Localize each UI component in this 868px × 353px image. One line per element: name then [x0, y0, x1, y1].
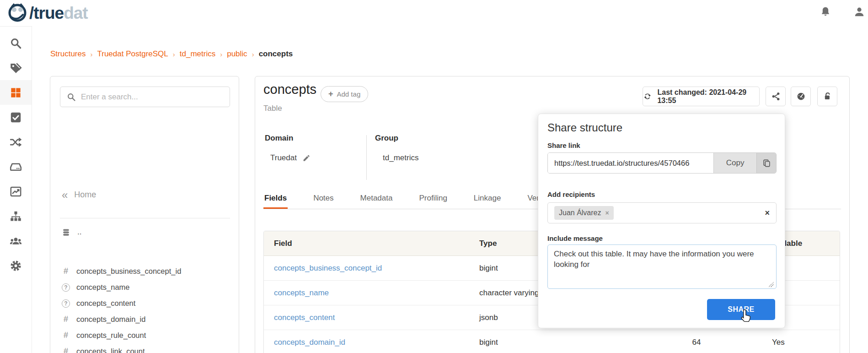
field-link[interactable]: concepts_content: [274, 313, 335, 322]
tab-profiling[interactable]: Profiling: [418, 191, 448, 209]
share-link-input[interactable]: [548, 153, 713, 173]
number-type-icon: #: [62, 315, 70, 324]
field-link[interactable]: concepts_name: [274, 288, 329, 297]
app-root: /truedat: [0, 0, 868, 353]
domain-name: Truedat: [270, 153, 297, 163]
breadcrumb-schema[interactable]: public: [227, 49, 247, 59]
top-header: /truedat: [0, 0, 868, 26]
database-icon: [62, 228, 70, 237]
nav-home-link[interactable]: « Home: [62, 190, 96, 200]
message-textarea[interactable]: Check out this table. It may have the in…: [547, 244, 777, 289]
nav-field-item[interactable]: #concepts_link_count: [50, 343, 239, 353]
nav-field-item[interactable]: ?concepts_content: [50, 295, 239, 311]
search-icon: [67, 92, 76, 102]
nav-divider: [60, 218, 230, 218]
number-type-icon: #: [62, 266, 70, 276]
rail-dashboards-icon[interactable]: [0, 179, 32, 204]
nav-field-list: #concepts_business_concept_id ?concepts_…: [50, 263, 239, 353]
share-submit-button[interactable]: SHARE: [707, 299, 775, 320]
nav-field-label: concepts_rule_count: [76, 331, 146, 340]
nav-field-label: concepts_business_concept_id: [76, 267, 181, 276]
logo-text: /truedat: [29, 4, 88, 23]
chip-remove-icon[interactable]: ×: [605, 209, 609, 217]
tab-notes[interactable]: Notes: [312, 191, 334, 209]
unknown-type-icon: ?: [62, 299, 70, 308]
rail-structures-icon[interactable]: [0, 80, 32, 105]
share-link-group: Copy: [547, 152, 777, 174]
add-recipients-label: Add recipients: [547, 190, 595, 198]
nav-field-label: concepts_content: [76, 299, 135, 308]
field-precision: 64: [658, 338, 735, 347]
truedat-logo[interactable]: /truedat: [7, 3, 88, 24]
rail-quality-icon[interactable]: [0, 105, 32, 130]
share-structure-button[interactable]: [766, 87, 786, 106]
profiling-gauge-button[interactable]: [791, 87, 811, 106]
gauge-icon: [796, 92, 806, 101]
nav-field-item[interactable]: ?concepts_name: [50, 279, 239, 295]
user-avatar-icon[interactable]: [853, 6, 867, 20]
clear-recipients-icon[interactable]: ×: [765, 208, 770, 218]
group-value: td_metrics: [383, 153, 418, 163]
number-type-icon: #: [62, 347, 70, 353]
collapse-chevrons-icon: «: [62, 191, 68, 199]
breadcrumb-separator: ›: [252, 50, 254, 58]
breadcrumb-separator: ›: [220, 50, 222, 58]
rail-tags-icon[interactable]: [0, 55, 32, 80]
breadcrumb-structures[interactable]: Structures: [50, 49, 86, 59]
nav-search-box[interactable]: [60, 87, 230, 107]
breadcrumb-separator: ›: [90, 50, 92, 58]
left-icon-rail: [0, 26, 32, 353]
rail-hierarchy-icon[interactable]: [0, 204, 32, 228]
recipient-chip: Juan Álvarez ×: [554, 206, 614, 220]
recipients-input[interactable]: Juan Álvarez × ×: [547, 202, 777, 223]
nav-home-label: Home: [74, 190, 96, 200]
unlock-icon: [823, 92, 832, 101]
include-message-label: Include message: [547, 234, 603, 242]
nav-parent-label: ..: [77, 228, 81, 237]
copy-icon-button[interactable]: [756, 153, 776, 173]
nav-search-input[interactable]: [81, 92, 223, 102]
rail-sources-icon[interactable]: [0, 154, 32, 179]
nav-field-label: concepts_name: [76, 283, 130, 292]
col-field: Field: [264, 239, 479, 248]
page-title: concepts: [263, 82, 316, 97]
add-tag-button[interactable]: + Add tag: [321, 86, 368, 102]
modal-title: Share structure: [547, 121, 622, 134]
breadcrumb-database[interactable]: td_metrics: [180, 49, 215, 59]
tab-fields[interactable]: Fields: [263, 191, 288, 209]
copy-button[interactable]: Copy: [713, 153, 756, 173]
last-changed-button[interactable]: Last changed: 2021-04-29 13:55: [643, 87, 760, 106]
recipient-name: Juan Álvarez: [559, 209, 601, 217]
unknown-type-icon: ?: [62, 283, 70, 292]
share-link-label: Share link: [547, 141, 580, 149]
nav-field-item[interactable]: #concepts_rule_count: [50, 327, 239, 343]
nav-field-item[interactable]: #concepts_business_concept_id: [50, 263, 239, 279]
rail-settings-icon[interactable]: [0, 253, 32, 278]
field-link[interactable]: concepts_domain_id: [274, 338, 345, 347]
share-structure-modal: Share structure Share link Copy Add reci…: [538, 114, 785, 328]
field-link[interactable]: concepts_business_concept_id: [274, 264, 382, 272]
nav-field-item[interactable]: #concepts_domain_id: [50, 311, 239, 327]
nav-parent-item[interactable]: ..: [62, 228, 81, 237]
owl-logo-icon: [7, 3, 27, 24]
domain-value: Truedat: [270, 153, 311, 163]
field-type: bigint: [479, 338, 658, 347]
copy-icon: [762, 159, 771, 168]
tab-metadata[interactable]: Metadata: [359, 191, 394, 209]
number-type-icon: #: [62, 331, 70, 340]
structure-type-label: Table: [263, 104, 282, 113]
group-label: Group: [375, 134, 398, 143]
rail-lineage-icon[interactable]: [0, 130, 32, 154]
lock-button[interactable]: [817, 87, 837, 106]
notifications-bell-icon[interactable]: [820, 6, 833, 20]
breadcrumb-system[interactable]: Truedat PostgreSQL: [97, 49, 168, 59]
edit-pencil-icon[interactable]: [302, 154, 311, 162]
nav-field-label: concepts_link_count: [76, 347, 145, 353]
domain-group-divider: [366, 135, 367, 180]
rail-search-icon[interactable]: [0, 31, 32, 55]
rail-users-icon[interactable]: [0, 228, 32, 253]
tab-linkage[interactable]: Linkage: [473, 191, 502, 209]
nav-field-label: concepts_domain_id: [76, 315, 145, 324]
breadcrumb: Structures › Truedat PostgreSQL › td_met…: [50, 49, 293, 59]
domain-label: Domain: [265, 134, 293, 143]
